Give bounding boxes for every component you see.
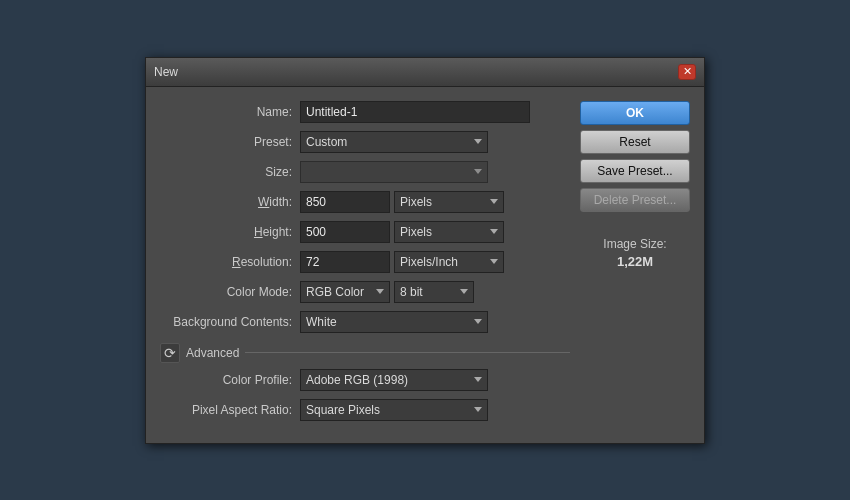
size-label: Size: xyxy=(160,165,300,179)
bg-contents-select[interactable]: White Background Color Transparent xyxy=(300,311,488,333)
close-button[interactable]: ✕ xyxy=(678,64,696,80)
pixel-aspect-row: Pixel Aspect Ratio: Square Pixels D1/DV … xyxy=(160,399,570,421)
bit-depth-select[interactable]: 8 bit 16 bit 32 bit xyxy=(394,281,474,303)
sidebar: OK Reset Save Preset... Delete Preset...… xyxy=(580,101,690,429)
width-label: Width: xyxy=(160,195,300,209)
color-mode-select[interactable]: RGB Color CMYK Color Grayscale xyxy=(300,281,390,303)
name-input[interactable] xyxy=(300,101,530,123)
width-input[interactable] xyxy=(300,191,390,213)
advanced-toggle-button[interactable]: ⟳ xyxy=(160,343,180,363)
resolution-label: Resolution: xyxy=(160,255,300,269)
bg-contents-row: Background Contents: White Background Co… xyxy=(160,311,570,333)
name-row: Name: xyxy=(160,101,570,123)
preset-row: Preset: Custom Default Photoshop Size US… xyxy=(160,131,570,153)
height-row: Height: Pixels Inches Centimeters xyxy=(160,221,570,243)
image-size-area: Image Size: 1,22M xyxy=(580,237,690,269)
image-size-value: 1,22M xyxy=(580,254,690,269)
save-preset-button[interactable]: Save Preset... xyxy=(580,159,690,183)
size-select[interactable] xyxy=(300,161,488,183)
color-mode-label: Color Mode: xyxy=(160,285,300,299)
pixel-aspect-label: Pixel Aspect Ratio: xyxy=(160,403,300,417)
dialog-title: New xyxy=(154,65,178,79)
delete-preset-button[interactable]: Delete Preset... xyxy=(580,188,690,212)
width-unit-select[interactable]: Pixels Inches Centimeters xyxy=(394,191,504,213)
advanced-section: ⟳ Advanced xyxy=(160,343,570,363)
color-profile-row: Color Profile: Adobe RGB (1998) sRGB IEC… xyxy=(160,369,570,391)
form-area: Name: Preset: Custom Default Photoshop S… xyxy=(160,101,570,429)
title-bar: New ✕ xyxy=(146,58,704,87)
resolution-row: Resolution: Pixels/Inch Pixels/Centimete… xyxy=(160,251,570,273)
height-input[interactable] xyxy=(300,221,390,243)
reset-button[interactable]: Reset xyxy=(580,130,690,154)
dialog-body: Name: Preset: Custom Default Photoshop S… xyxy=(146,87,704,443)
resolution-input[interactable] xyxy=(300,251,390,273)
advanced-label: Advanced xyxy=(186,346,239,360)
height-unit-select[interactable]: Pixels Inches Centimeters xyxy=(394,221,504,243)
color-profile-select[interactable]: Adobe RGB (1998) sRGB IEC61966-2.1 Don't… xyxy=(300,369,488,391)
height-label: Height: xyxy=(160,225,300,239)
advanced-divider xyxy=(245,352,570,353)
color-profile-label: Color Profile: xyxy=(160,373,300,387)
width-row: Width: Pixels Inches Centimeters xyxy=(160,191,570,213)
new-dialog: New ✕ Name: Preset: Custom Default Photo… xyxy=(145,57,705,444)
preset-select[interactable]: Custom Default Photoshop Size US Paper I… xyxy=(300,131,488,153)
pixel-aspect-select[interactable]: Square Pixels D1/DV NTSC (0.9) D1/DV PAL… xyxy=(300,399,488,421)
resolution-unit-select[interactable]: Pixels/Inch Pixels/Centimeter xyxy=(394,251,504,273)
size-row: Size: xyxy=(160,161,570,183)
ok-button[interactable]: OK xyxy=(580,101,690,125)
name-label: Name: xyxy=(160,105,300,119)
image-size-label: Image Size: xyxy=(580,237,690,251)
color-mode-row: Color Mode: RGB Color CMYK Color Graysca… xyxy=(160,281,570,303)
bg-contents-label: Background Contents: xyxy=(160,315,300,329)
preset-label: Preset: xyxy=(160,135,300,149)
